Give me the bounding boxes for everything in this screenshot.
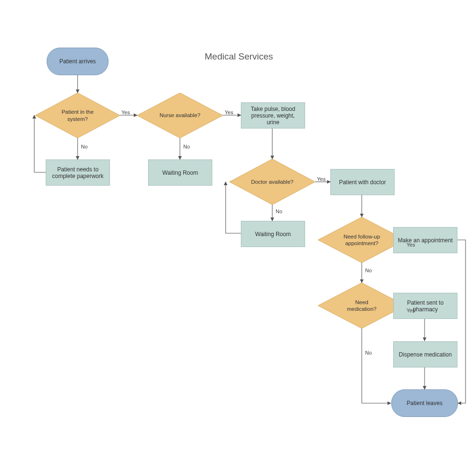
node-d2: Nurse available? — [137, 93, 223, 138]
label-d3-no: No — [276, 208, 282, 214]
label-d2-no: No — [183, 144, 190, 149]
node-start-label: Patient arrives — [60, 58, 96, 65]
label-d1-yes: Yes — [121, 109, 130, 115]
node-start: Patient arrives — [47, 48, 109, 75]
label-d3-yes: Yes — [317, 176, 326, 182]
label-d2-yes: Yes — [225, 109, 233, 115]
node-vitals: Take pulse, blood pressure, weight, urin… — [241, 102, 305, 129]
node-d3: Doctor available? — [229, 159, 315, 205]
node-dispense-label: Dispense medication — [399, 351, 452, 358]
node-appt: Make an appointment — [393, 227, 457, 253]
label-d4-yes: Yes — [407, 242, 415, 248]
node-withdoctor: Patient with doctor — [330, 169, 395, 195]
node-paperwork-label: Patient needs to complete paperwork — [50, 166, 106, 179]
node-vitals-label: Take pulse, blood pressure, weight, urin… — [245, 106, 301, 126]
node-d1: Patient in the system? — [35, 93, 120, 138]
node-end-label: Patient leaves — [407, 400, 442, 407]
node-withdoctor-label: Patient with doctor — [339, 179, 386, 186]
node-wait2-label: Waiting Room — [255, 231, 291, 238]
node-wait1-label: Waiting Room — [162, 169, 198, 176]
node-d4: Need follow-up appointment? — [318, 217, 406, 263]
node-dispense: Dispense medication — [393, 341, 457, 367]
node-d5-label: Need medication? — [340, 299, 383, 313]
node-wait2: Waiting Room — [241, 221, 305, 247]
node-end: Patient leaves — [391, 389, 458, 417]
node-pharmacy: Patient sent to pharmacy — [393, 293, 457, 319]
node-d2-label: Nurse available? — [159, 112, 200, 119]
node-d1-label: Patient in the system? — [56, 109, 99, 122]
node-paperwork: Patient needs to complete paperwork — [46, 159, 110, 186]
node-wait1: Waiting Room — [148, 159, 212, 186]
node-d3-label: Doctor available? — [251, 178, 294, 185]
label-d5-yes: Yes — [407, 307, 415, 313]
page-title: Medical Services — [205, 51, 273, 62]
node-d4-label: Need follow-up appointment? — [340, 233, 383, 247]
label-d1-no: No — [81, 144, 88, 149]
label-d5-no: No — [365, 350, 372, 356]
label-d4-no: No — [365, 268, 372, 273]
node-d5: Need medication? — [318, 283, 406, 328]
node-pharmacy-label: Patient sent to pharmacy — [397, 299, 453, 313]
